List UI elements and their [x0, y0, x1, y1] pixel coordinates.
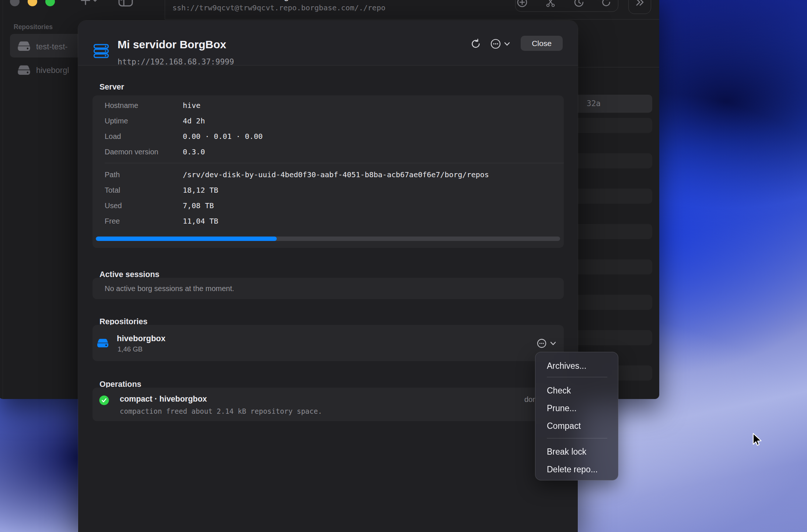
repository-url: ssh://trw9qcvt@trw9qcvt.repo.borgbase.co… [168, 3, 389, 13]
refresh-icon[interactable] [601, 0, 611, 7]
server-panel-divider [105, 163, 564, 163]
menu-item-delete-repo[interactable]: Delete repo... [535, 461, 618, 478]
chevron-down-icon[interactable] [504, 42, 510, 46]
background-list-row [569, 189, 652, 204]
active-sessions-panel: No active borg sessions at the moment. [92, 278, 564, 299]
more-menu-icon[interactable] [490, 39, 501, 49]
mouse-cursor [752, 433, 763, 447]
operation-detail: compaction freed about 2.14 kB repositor… [120, 406, 322, 416]
server-info-label: Uptime [105, 117, 183, 125]
server-info-row: Total18,12 TB [92, 182, 564, 198]
server-info-value: /srv/dev-disk-by-uuid-4bed0f30-aabf-4051… [183, 170, 489, 179]
repo-more-menu-icon[interactable] [537, 339, 546, 348]
window-close-button[interactable] [10, 0, 20, 6]
repository-name: hiveborgbox [117, 333, 165, 343]
server-info-label: Path [105, 171, 183, 179]
drive-icon [18, 65, 30, 75]
background-list-row [569, 295, 652, 310]
success-check-icon [99, 395, 109, 405]
menu-item-check[interactable]: Check [535, 382, 618, 399]
server-info-value: 11,04 TB [183, 217, 218, 225]
menu-item-archives[interactable]: Archives... [535, 358, 618, 374]
server-info-value: 4d 2h [183, 116, 205, 125]
sidebar-divider [165, 0, 165, 19]
server-info-label: Hostname [105, 101, 183, 110]
menu-item-break-lock[interactable]: Break lock [535, 443, 618, 461]
window-minimize-button[interactable] [28, 0, 37, 6]
add-repository-button[interactable] [80, 0, 98, 7]
server-info-value: 18,12 TB [183, 186, 218, 195]
background-list-row [569, 259, 652, 274]
chevron-down-icon[interactable] [550, 342, 556, 346]
background-list-row [569, 153, 652, 168]
window-edge-highlight [3, 0, 3, 399]
sidebar-item-label[interactable]: test-test- [36, 42, 68, 52]
chevron-double-right-icon[interactable] [635, 0, 645, 7]
server-info-label: Load [105, 132, 183, 141]
menu-item-prune[interactable]: Prune... [535, 399, 618, 417]
hash-field: 32a [567, 95, 652, 113]
sidebar-section-header: Repositories [14, 23, 76, 31]
disk-usage-bar [96, 237, 560, 241]
menu-item-compact[interactable]: Compact [535, 417, 618, 435]
toolbar-divider [165, 19, 659, 20]
server-info-row: Daemon version0.3.0 [92, 144, 564, 160]
toggle-sidebar-button[interactable] [118, 0, 133, 7]
background-list-row [569, 118, 652, 133]
server-info-row: Hostnamehive [92, 98, 564, 113]
hash-text: 32a [587, 95, 601, 113]
server-info-label: Total [105, 186, 183, 195]
disk-usage-fill [96, 237, 277, 241]
operations-panel: compact · hiveborgbox done compaction fr… [92, 388, 564, 421]
menu-divider [547, 377, 607, 377]
no-sessions-message: No active borg sessions at the moment. [105, 278, 234, 299]
server-info-panel: HostnamehiveUptime4d 2hLoad0.00 · 0.01 ·… [92, 95, 564, 248]
server-info-label: Used [105, 202, 183, 210]
sidebar-item-label[interactable]: hiveborgl [36, 66, 69, 75]
add-circle-icon[interactable] [517, 0, 527, 7]
refresh-icon[interactable] [471, 39, 481, 49]
section-heading-server: Server [99, 82, 124, 92]
server-icon [94, 43, 109, 59]
server-info-value: 0.3.0 [183, 147, 205, 156]
window-title: hiveborgbox [224, 0, 334, 1]
server-info-value: hive [183, 101, 200, 110]
menu-divider [547, 438, 607, 438]
server-info-row: Path/srv/dev-disk-by-uuid-4bed0f30-aabf-… [92, 167, 564, 182]
server-detail-dialog: Mi servidor BorgBox http://192.168.68.37… [78, 21, 578, 532]
drive-icon [97, 339, 108, 347]
background-list-row [569, 224, 652, 239]
server-info-label: Daemon version [105, 148, 183, 156]
repository-size: 1,46 GB [118, 344, 143, 354]
close-button[interactable]: Close [521, 36, 563, 51]
window-zoom-button[interactable] [45, 0, 55, 6]
repository-context-menu: Archives...CheckPrune...CompactBreak loc… [535, 352, 618, 480]
desktop: hiveborgbox ssh://trw9qcvt@trw9qcvt.repo… [0, 0, 807, 532]
server-info-value: 0.00 · 0.01 · 0.00 [183, 132, 263, 141]
server-info-row: Uptime4d 2h [92, 113, 564, 129]
background-list-row [569, 330, 652, 345]
server-info-row: Used7,08 TB [92, 198, 564, 213]
server-info-row: Load0.00 · 0.01 · 0.00 [92, 129, 564, 144]
server-url: http://192.168.68.37:9999 [118, 57, 234, 67]
server-info-row: Free11,04 TB [92, 213, 564, 229]
server-info-value: 7,08 TB [183, 201, 214, 210]
repositories-panel: hiveborgbox 1,46 GB [92, 325, 564, 361]
server-info-label: Free [105, 217, 183, 225]
dialog-title: Mi servidor BorgBox [118, 38, 226, 51]
drive-icon [18, 41, 30, 51]
cut-icon[interactable] [545, 0, 556, 7]
operation-title: compact · hiveborgbox [120, 394, 207, 404]
history-icon[interactable] [574, 0, 584, 7]
